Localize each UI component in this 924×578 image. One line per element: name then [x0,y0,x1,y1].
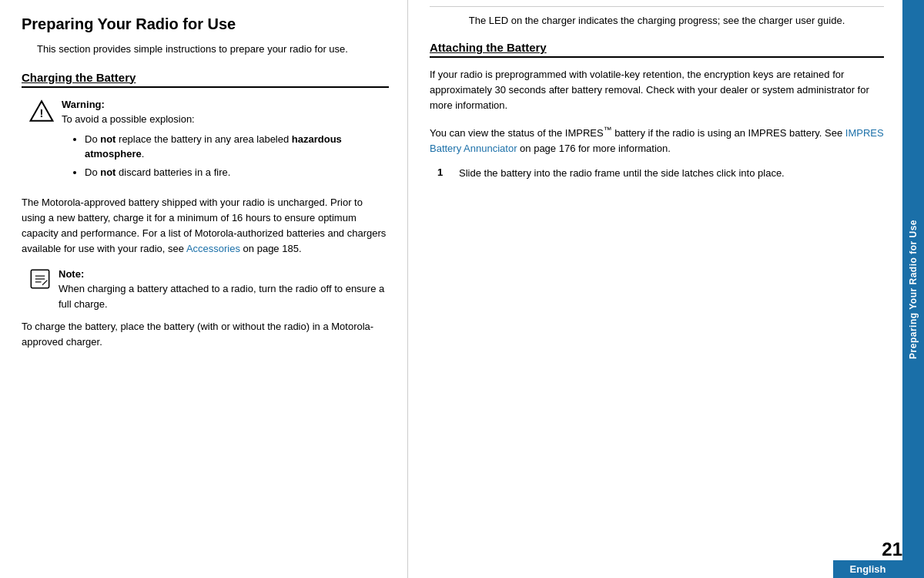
body-text-2: To charge the battery, place the battery… [22,319,389,350]
svg-line-7 [42,284,44,285]
charging-heading: Charging the Battery [22,71,389,88]
side-tab-label: Preparing Your Radio for Use [908,220,919,359]
note-box: Note: When charging a battery attached t… [29,267,389,312]
numbered-list: 1 Slide the battery into the radio frame… [437,166,884,181]
left-column: Preparing Your Radio for Use This sectio… [0,0,408,578]
note-icon [29,268,51,290]
step-1-text: Slide the battery into the radio frame u… [459,166,785,181]
note-content: Note: When charging a battery attached t… [59,267,389,312]
step-1-number: 1 [437,166,453,178]
page-number: 21 [882,540,902,559]
battery-heading: Attaching the Battery [430,41,884,58]
warning-bullet-2: Do not discard batteries in a fire. [85,165,389,180]
bottom-bar: 21 English [0,540,902,578]
impres-link[interactable]: IMPRES Battery Annunciator [430,127,884,154]
side-tab: Preparing Your Radio for Use [902,0,924,578]
warning-label: Warning: [62,99,105,110]
accessories-link[interactable]: Accessories [186,243,240,254]
body-text-1: The Motorola-approved battery shipped wi… [22,195,389,257]
language-badge: English [833,560,902,578]
note-label: Note: [59,268,84,280]
intro-text: This section provides simple instruction… [37,42,389,57]
step-1: 1 Slide the battery into the radio frame… [437,166,884,181]
warning-icon: ! [29,99,54,123]
warning-bullet-1: Do not replace the battery in any area l… [85,132,389,162]
svg-text:!: ! [40,107,44,119]
warning-bullets: Do not replace the battery in any area l… [85,132,389,180]
warning-content: Warning: To avoid a possible explosion: … [62,97,389,188]
page-number-area: 21 English [833,540,902,578]
right-para2: You can view the status of the IMPRES™ b… [430,123,884,157]
right-column: The LED on the charger indicates the cha… [408,0,902,578]
main-content: Preparing Your Radio for Use This sectio… [0,0,924,578]
warning-intro: To avoid a possible explosion: [62,113,195,125]
note-text: When charging a battery attached to a ra… [59,283,384,310]
page-title: Preparing Your Radio for Use [22,14,389,34]
warning-box: ! Warning: To avoid a possible explosion… [29,97,389,188]
top-border-text: The LED on the charger indicates the cha… [430,6,884,29]
svg-line-6 [44,280,48,284]
right-para1: If your radio is preprogrammed with vola… [430,67,884,113]
